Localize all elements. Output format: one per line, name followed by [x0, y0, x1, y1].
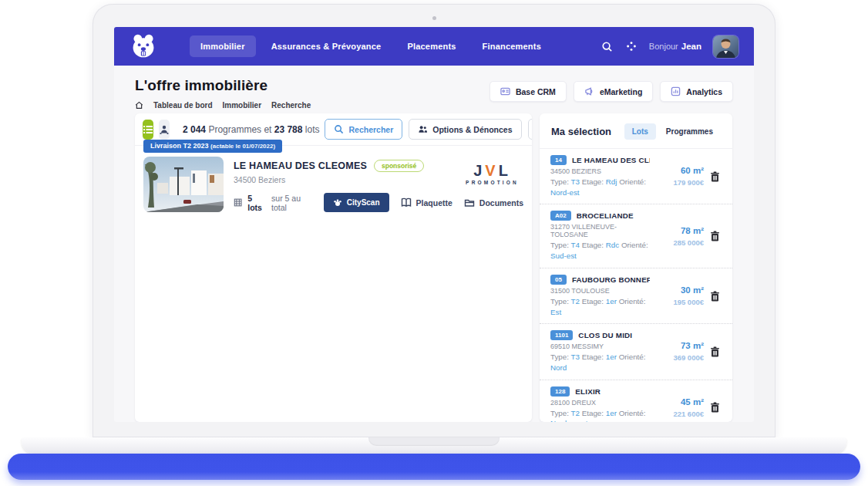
person-network-icon [159, 124, 170, 135]
selection-lot-item[interactable]: 1101 CLOS DU MIDI 69510 MESSIMY Type: T3… [540, 323, 732, 379]
lot-number-badge: 05 [550, 275, 567, 285]
options-denonces-button[interactable]: Options & Dénonces [409, 119, 521, 140]
home-icon[interactable] [135, 101, 143, 110]
developer-logo: JVL PROMOTION [466, 163, 519, 185]
app-screen: ImmobilierAssurances & PrévoyancePlaceme… [114, 27, 754, 422]
beaver-logo-icon[interactable] [130, 33, 157, 59]
lot-attributes: Type: T2 Etage: 1er Orienté: Est [550, 296, 650, 317]
lot-attributes: Type: T3 Etage: Rdj Orienté: Nord-est [550, 177, 650, 197]
projects-button[interactable]: Projets [528, 119, 532, 140]
lot-program-name: FAUBOURG BONNEFOY [572, 275, 650, 284]
trash-icon[interactable] [710, 291, 722, 302]
building-icon [234, 197, 242, 208]
lot-number-badge: 1101 [550, 330, 573, 340]
lot-area: 78 m² [656, 226, 704, 235]
lot-number-badge: A02 [550, 211, 571, 221]
sponsored-badge: sponsorisé [374, 160, 424, 172]
selection-title: Ma sélection [551, 126, 611, 137]
users-icon [418, 124, 428, 134]
lots-count: 5 lotssur 5 au total [234, 194, 312, 212]
selection-list: 14 LE HAMEAU DES CLEOMES 34500 BEZIERS T… [540, 149, 732, 422]
nav-item-immobilier[interactable]: Immobilier [190, 35, 256, 57]
lot-city: 28100 DREUX [550, 399, 650, 407]
selection-lot-item[interactable]: 05 FAUBOURG BONNEFOY 31500 TOULOUSE Type… [540, 268, 732, 323]
laptop-mockup: ImmobilierAssurances & PrévoyancePlaceme… [0, 0, 868, 486]
id-card-icon [500, 86, 510, 96]
user-greeting: BonjourJean [649, 42, 701, 51]
lot-city: 31500 TOULOUSE [550, 287, 650, 295]
documents-tab[interactable]: Documents [464, 197, 523, 208]
program-photo[interactable] [143, 157, 224, 212]
plaquette-tab[interactable]: Plaquette [401, 197, 453, 208]
breadcrumb-item-recherche[interactable]: Recherche [271, 101, 311, 110]
page-title: L'offre immobilière [135, 77, 311, 94]
lot-program-name: ELIXIR [575, 387, 601, 396]
lot-area: 73 m² [656, 341, 704, 350]
selection-lot-item[interactable]: 14 LE HAMEAU DES CLEOMES 34500 BEZIERS T… [540, 149, 732, 204]
lot-city: 69510 MESSIMY [550, 343, 650, 350]
folder-icon [464, 197, 475, 208]
cityscan-paw-icon [333, 198, 342, 208]
cityscan-tab-button[interactable]: CityScan [324, 193, 389, 212]
top-buttons: Base CRM eMarketing Analytics [490, 81, 733, 102]
nav-menu: ImmobilierAssurances & PrévoyancePlaceme… [190, 35, 552, 57]
tab-programmes[interactable]: Programmes [658, 123, 721, 140]
developer-logo-text: JVL [466, 163, 519, 178]
tab-lots[interactable]: Lots [624, 123, 656, 140]
trash-icon[interactable] [710, 171, 722, 182]
results-panel: 2 044 Programmes et 23 788 lots Recherch… [135, 113, 532, 422]
selection-lot-item[interactable]: A02 BROCELIANDE 31270 VILLENEUVE-TOLOSAN… [540, 204, 732, 267]
emarketing-button[interactable]: eMarketing [574, 81, 653, 102]
breadcrumb: Tableau de bordImmobilierRecherche [135, 101, 311, 110]
network-view-button[interactable] [159, 120, 170, 140]
nav-item-financements[interactable]: Financements [472, 35, 552, 57]
lot-attributes: Type: T2 Etage: 1er Orienté: Nord-ouest [550, 408, 650, 422]
trash-icon[interactable] [710, 231, 722, 241]
magnifier-icon [334, 124, 344, 134]
book-icon [401, 197, 412, 208]
results-count: 2 044 Programmes et 23 788 lots [183, 124, 319, 135]
lot-price: 195 000€ [656, 298, 704, 306]
lot-attributes: Type: T3 Etage: 1er Orienté: Nord [550, 352, 650, 373]
breadcrumb-item-tableau-de-bord[interactable]: Tableau de bord [153, 101, 213, 110]
webcam-dot [432, 16, 436, 20]
selection-tabs: LotsProgrammes [624, 123, 721, 140]
user-name: Jean [681, 42, 701, 51]
program-name[interactable]: LE HAMEAU DES CLEOMES [234, 160, 367, 171]
search-button[interactable]: Rechercher [325, 119, 402, 140]
search-icon[interactable] [601, 40, 614, 52]
laptop-deck [22, 437, 846, 454]
lot-attributes: Type: T4 Etage: Rdc Orienté: Sud-est [550, 240, 650, 261]
delivery-badge: Livraison T2 2023 (actable le 01/07/2022… [143, 140, 282, 153]
breadcrumb-item-immobilier[interactable]: Immobilier [223, 101, 262, 110]
selection-lot-item[interactable]: 128 ELIXIR 28100 DREUX Type: T2 Etage: 1… [540, 380, 732, 422]
lot-price: 179 900€ [656, 178, 704, 187]
nav-item-assurances-pr-voyance[interactable]: Assurances & Prévoyance [261, 35, 392, 57]
lot-city: 34500 BEZIERS [550, 167, 650, 175]
laptop-frame: ImmobilierAssurances & PrévoyancePlaceme… [93, 4, 775, 437]
list-view-button[interactable] [143, 120, 153, 140]
trash-icon[interactable] [710, 402, 722, 413]
top-navbar: ImmobilierAssurances & PrévoyancePlaceme… [114, 27, 754, 66]
lot-area: 45 m² [656, 397, 704, 407]
base-crm-button[interactable]: Base CRM [490, 81, 567, 102]
program-card: Livraison T2 2023 (actable le 01/07/2022… [135, 146, 532, 221]
selection-sidebar: Ma sélection LotsProgrammes 14 LE HAMEAU… [540, 113, 732, 422]
list-icon [143, 124, 153, 135]
trash-icon[interactable] [710, 346, 722, 357]
lot-price: 221 600€ [656, 410, 704, 418]
lot-number-badge: 14 [550, 155, 567, 165]
laptop-base-shadow [8, 454, 860, 480]
chart-icon [671, 86, 681, 96]
nav-item-placements[interactable]: Placements [396, 35, 466, 57]
breadcrumb-items: Tableau de bordImmobilierRecherche [153, 101, 311, 110]
megaphone-icon [584, 86, 594, 96]
lot-price: 285 000€ [656, 238, 704, 247]
lot-program-name: BROCELIANDE [577, 211, 634, 220]
avatar[interactable] [713, 35, 738, 58]
lot-area: 30 m² [656, 285, 704, 295]
analytics-button[interactable]: Analytics [660, 81, 733, 102]
apps-grid-icon[interactable] [625, 40, 638, 52]
lot-program-name: CLOS DU MIDI [578, 331, 632, 339]
lot-program-name: LE HAMEAU DES CLEOMES [572, 156, 650, 164]
